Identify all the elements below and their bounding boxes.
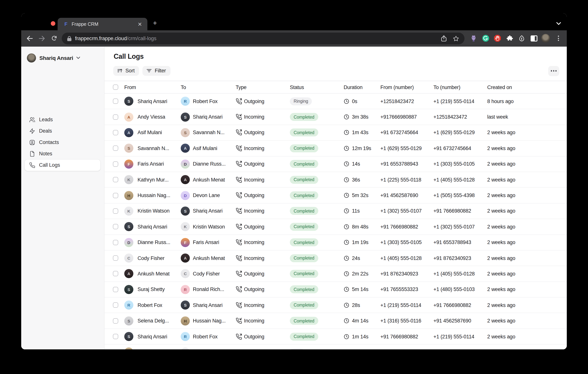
col-duration[interactable]: Duration: [343, 84, 380, 90]
tab-close-icon[interactable]: ✕: [137, 21, 143, 27]
duration: 3m 38s: [352, 114, 368, 120]
grammarly-extension-icon[interactable]: [482, 35, 490, 42]
from-number: +1 (302) 555-0107: [380, 208, 433, 214]
table-row[interactable]: AAndy ViessaSShariq AnsariIncomingComple…: [105, 109, 567, 125]
browser-menu-kebab-icon[interactable]: [558, 36, 559, 41]
table-row[interactable]: SShariq AnsariRRobert FoxOutgoingRinging…: [105, 94, 567, 109]
to-number: +12518423472: [433, 114, 487, 120]
url-bar[interactable]: frappecrm.frappe.cloud/crm/call-logs: [62, 32, 464, 44]
leaf-extension-icon[interactable]: [518, 35, 525, 42]
table-row[interactable]: RRobert FoxSShariq AnsariIncomingComplet…: [105, 298, 567, 313]
row-checkbox[interactable]: [113, 318, 118, 323]
row-checkbox[interactable]: [113, 146, 118, 151]
sidebar-item-leads[interactable]: Leads: [25, 114, 100, 125]
table-row[interactable]: AAnkush MenatCCody FisherOutgoingComplet…: [105, 266, 567, 282]
col-type[interactable]: Type: [236, 84, 288, 90]
status-badge: Completed: [290, 207, 318, 215]
reload-button[interactable]: [50, 35, 58, 42]
sort-button[interactable]: Sort: [113, 66, 139, 75]
phone-outgoing-icon: [236, 286, 242, 293]
more-options-button[interactable]: [548, 66, 559, 76]
to-avatar: S: [181, 128, 190, 137]
from-name: Shariq Ansari: [137, 98, 167, 104]
table-row[interactable]: HHussain Nag...DDevon LaneOutgoingComple…: [105, 188, 567, 203]
browser-profile-avatar[interactable]: [541, 34, 550, 43]
from-avatar: S: [124, 285, 133, 294]
row-checkbox[interactable]: [113, 193, 118, 198]
sidebar-item-deals[interactable]: Deals: [25, 125, 100, 137]
col-from[interactable]: From: [124, 84, 181, 90]
table-row[interactable]: SShariq AnsariRRobert FoxOutgoingComplet…: [105, 329, 567, 345]
col-status[interactable]: Status: [288, 84, 343, 90]
row-checkbox[interactable]: [113, 161, 118, 167]
phone-incoming-icon: [236, 176, 242, 183]
row-checkbox[interactable]: [113, 177, 118, 182]
row-checkbox[interactable]: [113, 287, 118, 292]
table-row[interactable]: KKristin WatsonSShariq AnsariIncomingCom…: [105, 203, 567, 219]
from-avatar: S: [124, 332, 133, 341]
col-created-on[interactable]: Created on: [487, 84, 567, 90]
to-name: Cody Fisher: [193, 271, 220, 277]
row-checkbox[interactable]: [113, 98, 118, 104]
filter-button[interactable]: Filter: [143, 66, 170, 75]
table-row[interactable]: KKathryn Mur...AAnkush MenatIncomingComp…: [105, 172, 567, 188]
puzzle-extension-icon[interactable]: [506, 35, 513, 42]
col-to-number[interactable]: To (number): [433, 84, 487, 90]
table-row[interactable]: AAsif MulaniSSavannah N...OutgoingComple…: [105, 125, 567, 141]
col-from-number[interactable]: From (number): [380, 84, 433, 90]
row-checkbox[interactable]: [113, 255, 118, 261]
from-name: Cody Fisher: [137, 255, 164, 261]
bookmark-star-icon[interactable]: [452, 35, 459, 42]
row-checkbox[interactable]: [113, 130, 118, 135]
close-window-button[interactable]: [51, 21, 55, 26]
to-number: +91 6732745664: [433, 146, 487, 151]
forward-button[interactable]: [38, 35, 45, 42]
tab-search-chevron-icon[interactable]: [555, 21, 562, 27]
created-on: 2 weeks ago: [487, 255, 567, 261]
octocat-extension-icon[interactable]: [470, 35, 477, 42]
created-on: 2 weeks ago: [487, 239, 567, 245]
to-number: +1 (480) 555-0103: [433, 287, 487, 292]
select-all-checkbox[interactable]: [113, 85, 118, 90]
status-badge: Completed: [290, 301, 318, 309]
to-number: +1 (405) 555-0128: [433, 177, 487, 182]
col-to[interactable]: To: [181, 84, 236, 90]
phone-outgoing-icon: [236, 271, 242, 277]
user-menu[interactable]: Shariq Ansari: [27, 53, 80, 63]
table-row[interactable]: CCody FisherAAnkush MenatIncomingComplet…: [105, 250, 567, 266]
to-avatar: A: [181, 254, 190, 263]
row-checkbox[interactable]: [113, 303, 118, 308]
sidebar-item-call-logs[interactable]: Call Logs: [25, 159, 100, 171]
table-row[interactable]: SSelena Delg...HHussain Nag...IncomingCo…: [105, 313, 567, 329]
row-checkbox[interactable]: [113, 224, 118, 229]
table-row[interactable]: [105, 345, 567, 350]
to-name: Ankush Menat: [193, 255, 225, 261]
row-checkbox[interactable]: [113, 208, 118, 214]
row-checkbox[interactable]: [113, 334, 118, 339]
row-checkbox[interactable]: [113, 271, 118, 277]
from-avatar: K: [124, 206, 133, 216]
to-avatar: A: [181, 175, 190, 184]
sidebar-item-notes[interactable]: Notes: [25, 148, 100, 159]
new-tab-button[interactable]: +: [152, 20, 158, 27]
table-row[interactable]: DDianne Russ...FFaris AnsariIncomingComp…: [105, 235, 567, 250]
adblock-extension-icon[interactable]: [494, 35, 501, 42]
row-checkbox[interactable]: [113, 240, 118, 245]
sidebar-panel-extension-icon[interactable]: [530, 35, 538, 42]
clock-icon: [344, 208, 349, 214]
table-row[interactable]: SSavannah N...AAsif MulaniIncomingComple…: [105, 140, 567, 156]
table-row[interactable]: SShariq AnsariKKristin WatsonOutgoingCom…: [105, 219, 567, 235]
user-name: Shariq Ansari: [39, 55, 73, 61]
tab-title: Frappe CRM: [72, 21, 137, 27]
phone-outgoing-icon: [236, 161, 242, 167]
clock-icon: [344, 161, 349, 167]
row-checkbox[interactable]: [113, 114, 118, 119]
share-icon[interactable]: [440, 35, 447, 42]
table-row[interactable]: SSuraj ShettyRRonald Rich...OutgoingComp…: [105, 282, 567, 298]
status-badge: Completed: [290, 160, 318, 168]
status-badge: Completed: [290, 238, 318, 246]
sidebar-item-contacts[interactable]: Contacts: [25, 137, 100, 148]
table-row[interactable]: FFaris AnsariDDianne Russ...OutgoingComp…: [105, 156, 567, 172]
tab-frappe-crm[interactable]: F Frappe CRM ✕: [58, 18, 147, 30]
back-button[interactable]: [26, 35, 33, 42]
